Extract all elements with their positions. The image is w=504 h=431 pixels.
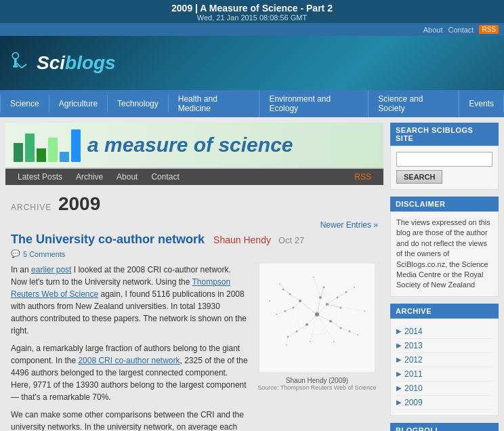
svg-point-42 bbox=[282, 289, 285, 291]
sidebar: SEARCH SCIBLOGS SITE SEARCH DISCLAIMER T… bbox=[390, 123, 499, 431]
svg-point-50 bbox=[357, 334, 358, 335]
svg-point-44 bbox=[345, 291, 348, 293]
archive-year-link[interactable]: ▶ 2013 bbox=[396, 341, 492, 350]
nav-society[interactable]: Science and Society bbox=[369, 90, 459, 117]
arrow-icon: ▶ bbox=[396, 370, 402, 377]
page-title: 2009 | A Measure of Science - Part 2 bbox=[0, 3, 504, 14]
arrow-icon: ▶ bbox=[396, 398, 402, 406]
archive-year-link[interactable]: ▶ 2012 bbox=[396, 355, 492, 365]
arrow-icon: ▶ bbox=[396, 342, 402, 349]
nav-technology[interactable]: Technology bbox=[108, 95, 169, 112]
arrow-icon: ▶ bbox=[396, 327, 402, 335]
comment-bubble-icon: 💬 bbox=[11, 249, 20, 258]
archive-content: ▶ 2014▶ 2013▶ 2012▶ 2011▶ 2010▶ 2009 bbox=[390, 319, 499, 416]
archive-year-link[interactable]: ▶ 2009 bbox=[396, 398, 492, 407]
archive-year: 2009 bbox=[58, 193, 100, 214]
sub-nav-rss[interactable]: RSS bbox=[348, 169, 378, 185]
svg-point-55 bbox=[269, 300, 270, 302]
svg-line-4 bbox=[22, 64, 26, 68]
top-bar: About Contact RSS bbox=[0, 23, 504, 36]
network-image-container: Shaun Hendy (2009) Source: Thompson Reut… bbox=[256, 264, 378, 431]
disclaimer-box: DISCLAIMER The views expressed on this b… bbox=[390, 197, 499, 297]
web-of-science-link[interactable]: Thompson Reuters Web of Science bbox=[11, 277, 230, 299]
svg-point-30 bbox=[299, 300, 301, 302]
sub-nav-latest[interactable]: Latest Posts bbox=[11, 169, 69, 185]
article-title: The University co-author network Shaun H… bbox=[11, 232, 378, 247]
arrow-icon: ▶ bbox=[396, 356, 402, 363]
archive-year-link[interactable]: ▶ 2010 bbox=[396, 384, 492, 393]
svg-point-35 bbox=[289, 293, 291, 295]
newer-entries-link[interactable]: Newer Entries » bbox=[320, 220, 378, 230]
article-author: Shaun Hendy bbox=[213, 234, 271, 245]
archive-year-link[interactable]: ▶ 2014 bbox=[396, 327, 492, 336]
svg-point-43 bbox=[285, 310, 287, 312]
svg-point-46 bbox=[349, 331, 351, 333]
article: The University co-author network Shaun H… bbox=[5, 232, 383, 431]
comments-count-link[interactable]: 5 Comments bbox=[23, 250, 65, 258]
svg-point-45 bbox=[287, 336, 289, 338]
arrow-icon: ▶ bbox=[396, 384, 402, 392]
blogroll-title: BLOGROLL bbox=[390, 423, 499, 431]
archive-sidebar-title: ARCHIVE bbox=[390, 304, 499, 319]
newer-entries: Newer Entries » bbox=[5, 218, 383, 232]
archive-list-item: ▶ 2009 bbox=[396, 396, 492, 410]
main-wrap: a measure of science Latest Posts Archiv… bbox=[0, 117, 504, 431]
archive-label: ARCHIVE bbox=[11, 203, 51, 212]
article-title-link[interactable]: The University co-author network bbox=[11, 232, 208, 246]
article-content-wrap: In an earlier post I looked at the 2008 … bbox=[11, 264, 378, 431]
archive-list-item: ▶ 2013 bbox=[396, 339, 492, 353]
nav-events[interactable]: Events bbox=[459, 95, 504, 112]
svg-point-33 bbox=[329, 320, 332, 323]
search-button[interactable]: SEARCH bbox=[396, 170, 442, 184]
logo-text: Sciblogs bbox=[37, 52, 116, 74]
archive-year-link[interactable]: ▶ 2011 bbox=[396, 369, 492, 379]
article-body: In an earlier post I looked at the 2008 … bbox=[11, 264, 249, 431]
logo-area: Sciblogs bbox=[8, 51, 116, 75]
archive-list: ▶ 2014▶ 2013▶ 2012▶ 2011▶ 2010▶ 2009 bbox=[396, 325, 492, 410]
article-para-1: In an earlier post I looked at the 2008 … bbox=[11, 264, 249, 337]
article-para-2: Again, a remarkably large fraction of au… bbox=[11, 342, 249, 403]
nav-environment[interactable]: Environment and Ecology bbox=[259, 90, 369, 117]
blogroll-box: BLOGROLL bbox=[390, 423, 499, 431]
search-input[interactable] bbox=[396, 152, 492, 167]
cri-link[interactable]: 2008 CRI co-author network bbox=[78, 356, 180, 365]
article-date: Oct 27 bbox=[278, 235, 304, 245]
image-source: Source: Thompson Reuters Web of Science bbox=[256, 384, 378, 391]
nav-science[interactable]: Science bbox=[0, 95, 49, 112]
archive-list-item: ▶ 2010 bbox=[396, 382, 492, 396]
svg-rect-5 bbox=[259, 264, 375, 372]
earlier-post-link[interactable]: earlier post bbox=[31, 265, 71, 274]
archive-list-item: ▶ 2014 bbox=[396, 325, 492, 339]
network-graph bbox=[259, 264, 375, 372]
image-caption: Shaun Hendy (2009) bbox=[256, 377, 378, 384]
nav-agriculture[interactable]: Agriculture bbox=[49, 95, 108, 112]
search-box: SEARCH SCIBLOGS SITE SEARCH bbox=[390, 123, 499, 190]
bars-chart-icon bbox=[14, 128, 81, 162]
header-banner: Sciblogs bbox=[0, 36, 504, 90]
content-area: a measure of science Latest Posts Archiv… bbox=[5, 123, 383, 431]
sub-nav-archive[interactable]: Archive bbox=[69, 169, 110, 185]
about-link[interactable]: About bbox=[423, 26, 443, 34]
svg-point-51 bbox=[286, 344, 287, 346]
svg-point-39 bbox=[296, 331, 298, 333]
disclaimer-text: The views expressed on this blog are tho… bbox=[396, 218, 492, 291]
sub-nav-contact[interactable]: Contact bbox=[144, 169, 186, 185]
svg-point-36 bbox=[293, 307, 295, 309]
archive-list-item: ▶ 2012 bbox=[396, 353, 492, 367]
nav-health[interactable]: Health and Medicine bbox=[169, 90, 260, 117]
title-bar: 2009 | A Measure of Science - Part 2 Wed… bbox=[0, 0, 504, 23]
contact-link[interactable]: Contact bbox=[448, 26, 474, 34]
svg-point-32 bbox=[306, 323, 308, 326]
svg-point-37 bbox=[337, 297, 339, 299]
comments-link: 💬 5 Comments bbox=[11, 249, 378, 258]
main-nav: Science Agriculture Technology Health an… bbox=[0, 90, 504, 117]
article-para-3: We can make some other comparisons betwe… bbox=[11, 409, 249, 431]
sub-nav-about[interactable]: About bbox=[110, 169, 144, 185]
archive-box: ARCHIVE ▶ 2014▶ 2013▶ 2012▶ 2011▶ 2010▶ … bbox=[390, 304, 499, 416]
svg-point-0 bbox=[12, 53, 18, 59]
article-text: In an earlier post I looked at the 2008 … bbox=[11, 264, 249, 431]
svg-point-47 bbox=[279, 283, 280, 285]
archive-list-item: ▶ 2011 bbox=[396, 367, 492, 382]
rss-badge[interactable]: RSS bbox=[479, 25, 499, 34]
svg-point-49 bbox=[276, 314, 277, 315]
